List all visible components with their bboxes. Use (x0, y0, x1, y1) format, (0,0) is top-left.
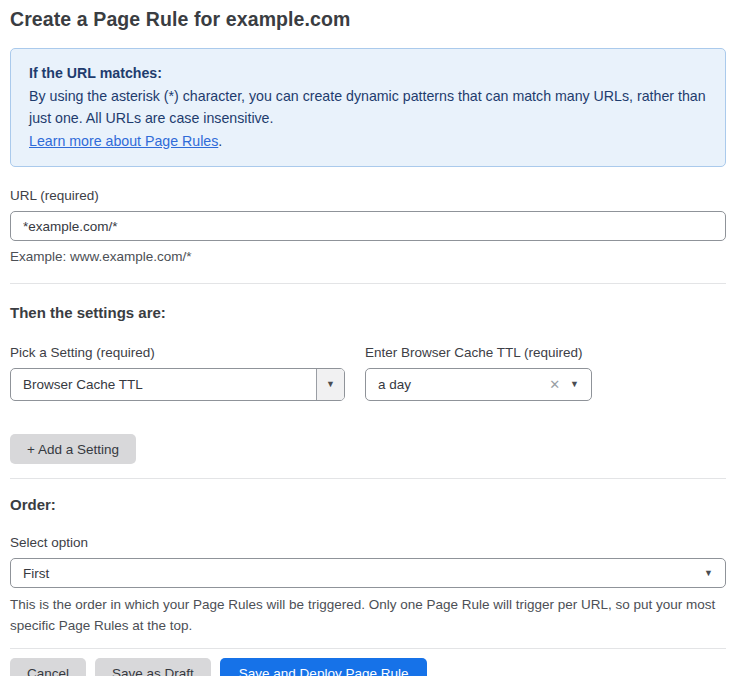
order-select[interactable]: First ▼ (10, 558, 726, 588)
footer-divider (10, 648, 726, 649)
ttl-picker-label: Enter Browser Cache TTL (required) (365, 345, 592, 360)
order-select-value: First (11, 566, 704, 581)
clear-icon[interactable]: ✕ (543, 377, 570, 392)
settings-heading: Then the settings are: (10, 304, 726, 321)
info-box-body: By using the asterisk (*) character, you… (29, 85, 707, 130)
chevron-down-icon: ▼ (704, 569, 725, 578)
cancel-button[interactable]: Cancel (10, 658, 86, 676)
settings-row: Pick a Setting (required) Browser Cache … (10, 345, 726, 401)
chevron-down-icon: ▼ (326, 380, 335, 389)
setting-picker-arrow-cap[interactable]: ▼ (316, 369, 344, 400)
url-field-label: URL (required) (10, 188, 726, 203)
url-example-helper: Example: www.example.com/* (10, 249, 726, 264)
url-match-info-box: If the URL matches: By using the asteris… (10, 48, 726, 167)
info-box-link-line: Learn more about Page Rules. (29, 130, 707, 153)
link-period: . (218, 133, 222, 149)
save-and-deploy-button[interactable]: Save and Deploy Page Rule (220, 658, 428, 676)
section-divider (10, 283, 726, 284)
add-setting-button[interactable]: + Add a Setting (10, 434, 136, 464)
learn-more-link[interactable]: Learn more about Page Rules (29, 133, 218, 149)
info-box-heading: If the URL matches: (29, 62, 707, 85)
url-input[interactable] (10, 211, 726, 241)
order-helper-text: This is the order in which your Page Rul… (10, 595, 726, 636)
order-heading: Order: (10, 496, 726, 513)
ttl-picker-select[interactable]: a day ✕ ▼ (365, 368, 592, 401)
page-title: Create a Page Rule for example.com (10, 8, 726, 31)
section-divider (10, 478, 726, 479)
footer-actions: Cancel Save as Draft Save and Deploy Pag… (10, 658, 726, 676)
chevron-down-icon: ▼ (570, 380, 591, 389)
setting-picker-select[interactable]: Browser Cache TTL ▼ (10, 368, 345, 401)
create-page-rule-panel: Create a Page Rule for example.com If th… (0, 0, 736, 676)
ttl-picker-column: Enter Browser Cache TTL (required) a day… (365, 345, 592, 401)
setting-picker-value: Browser Cache TTL (11, 377, 316, 392)
order-select-label: Select option (10, 535, 726, 550)
setting-picker-column: Pick a Setting (required) Browser Cache … (10, 345, 345, 401)
setting-picker-label: Pick a Setting (required) (10, 345, 345, 360)
save-as-draft-button[interactable]: Save as Draft (95, 658, 211, 676)
ttl-picker-value: a day (366, 377, 543, 392)
